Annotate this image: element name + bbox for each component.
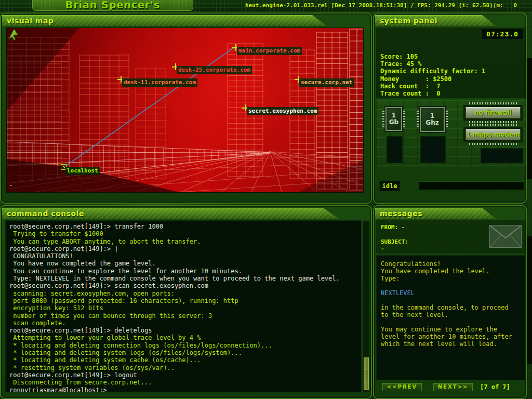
system-info-box: 07:23.0 Score: 105Trace: 45 %Dynamic dif…	[376, 28, 526, 98]
system-stat-line: Money : $2500	[380, 75, 489, 83]
system-stat-line: Trace: 45 %	[380, 60, 489, 68]
messages-panel: messages FROM: - SUBJECT: - Congratulati…	[373, 205, 527, 399]
console-line: * locating and deleting system cache (os…	[9, 356, 361, 364]
console-line: root@secure.corp.net[149]:> |	[9, 245, 361, 252]
message-body-line: Congratulations!	[381, 260, 525, 268]
console-line: * resetting system variables (os/sys/var…	[9, 364, 361, 371]
system-stat-line: Trace count : 0	[380, 90, 489, 97]
console-line: root@secure.corp.net[149]:> logout	[9, 371, 361, 379]
firewall-label: no firewall	[466, 107, 521, 118]
console-line: CONGRATULATIONS!	[9, 252, 361, 260]
messages-title: messages	[380, 209, 422, 218]
map-node-label: desk-11.corporate.com	[122, 78, 197, 87]
map-viewport[interactable]: main.corporate.com desk-25.corporate.com…	[6, 28, 364, 193]
console-scrollbar-thumb[interactable]	[364, 357, 369, 390]
message-page-indicator: [7 of 7]	[480, 383, 510, 391]
message-body-line: You may continue to explore the	[381, 326, 525, 333]
console-line: encryption key: 512 bits	[9, 304, 361, 312]
message-subject-value: -	[381, 245, 384, 252]
console-line: Attempting to lower your global trace le…	[9, 334, 361, 341]
system-panel-title: system panel	[380, 17, 437, 25]
screen-edge-strip	[527, 58, 532, 179]
modem-label: 1 mbps modem	[466, 129, 521, 140]
map-node-label: secure.corp.net	[299, 78, 354, 87]
map-node-label: localhost	[65, 167, 100, 175]
message-body-line: NEXTLEVEL	[381, 289, 525, 297]
empty-hardware-slot	[420, 136, 446, 163]
command-console-panel: command console root@secure.corp.net[149…	[0, 205, 372, 399]
prev-message-button[interactable]: <<PREV	[382, 383, 422, 391]
system-status-row: idle	[374, 180, 528, 193]
message-body-line: to the next level.	[381, 311, 525, 318]
system-stat-line: Hack count : 7	[380, 83, 489, 90]
console-scrollbar[interactable]	[363, 220, 370, 392]
message-body-line: Type:	[381, 275, 525, 282]
console-line: scan complete.	[9, 320, 361, 327]
system-stat-line: Score: 105	[380, 53, 489, 60]
visual-map-header: visual map	[2, 15, 370, 26]
console-line: number of times you can bounce through t…	[9, 312, 361, 320]
hardware-board: 1 Gb 1 Ghz no firewall 1 mbps modem	[376, 100, 526, 166]
messages-header: messages	[375, 208, 525, 219]
map-node-label: main.corporate.com	[237, 47, 302, 55]
next-message-button[interactable]: NEXT>>	[433, 383, 473, 391]
message-body-line	[381, 282, 525, 289]
screen-edge-strip	[527, 236, 532, 364]
console-line: Type: NEXTLEVEL in the command console w…	[9, 275, 361, 282]
console-line: port 8080 (password protected: 16 charac…	[9, 297, 361, 304]
modem-module: 1 mbps modem	[463, 127, 523, 142]
visual-map-panel: visual map main.corporate.com desk-25.co…	[0, 12, 372, 204]
visual-map-title: visual map	[7, 17, 54, 25]
message-body-line	[381, 318, 525, 326]
map-node-label: desk-25.corporate.com	[177, 66, 252, 74]
top-status-bar: Brian Spencer's heut.engine-2.01.033.rel…	[0, 0, 532, 12]
system-panel: system panel 07:23.0 Score: 105Trace: 45…	[373, 12, 527, 204]
console-line: root@secure.corp.net[149]:> deletelogs	[9, 327, 361, 334]
command-console-title: command console	[7, 209, 84, 218]
console-line: root@secure.corp.net[149]:> scan secret.…	[9, 282, 361, 289]
console-line: ronnytriasmara@localhost:>	[9, 387, 361, 392]
console-line: You can type ABORT anytime, to abort the…	[9, 238, 361, 245]
message-body-line: You have completed the level.	[381, 268, 525, 275]
message-body-line: level for another 10 minutes, after	[381, 333, 525, 340]
map-node-label: secret.exosyphen.com	[247, 107, 318, 115]
console-line: Disconnecting from secure.corp.net...	[9, 379, 361, 386]
console-screen[interactable]: root@secure.corp.net[149]:> transfer 100…	[5, 220, 362, 392]
message-body-line: in the command console, to proceed	[381, 304, 525, 311]
message-nav-row: <<PREV NEXT>> [7 of 7]	[374, 383, 528, 394]
message-body: Congratulations! You have completed the …	[376, 255, 526, 380]
engine-info-text: heut.engine-2.01.033.rel [Dec 17 2008.18…	[245, 2, 532, 9]
firewall-module: no firewall	[463, 105, 523, 121]
map-corner-text: -	[9, 182, 12, 189]
message-meta-box: FROM: - SUBJECT: -	[376, 220, 526, 254]
empty-hardware-slot	[387, 136, 403, 163]
console-line: scanning: secret.exosyphen.com, open por…	[9, 290, 361, 297]
app-title: Brian Spencer's	[33, 0, 193, 10]
title-plate: Brian Spencer's	[32, 0, 193, 11]
message-body-line	[381, 297, 525, 304]
ram-chip: 1 Gb	[385, 107, 402, 131]
system-panel-header: system panel	[375, 15, 525, 26]
console-line: You can continue to explore the level fo…	[9, 268, 361, 275]
console-line: root@secure.corp.net[149]:> transfer 100…	[9, 223, 361, 230]
empty-hardware-slot	[481, 148, 523, 163]
map-cursor-icon	[7, 28, 19, 42]
message-subject-label: SUBJECT:	[381, 238, 408, 245]
command-console-header: command console	[2, 208, 370, 219]
status-label: idle	[379, 181, 400, 191]
envelope-icon	[489, 225, 522, 248]
message-from: FROM: -	[381, 224, 405, 231]
console-line: You have now completed the game level.	[9, 260, 361, 267]
console-line: * locating and deleting connection logs …	[9, 342, 361, 349]
status-progress-bar	[419, 181, 524, 190]
message-body-line: which the next level will load.	[381, 340, 525, 348]
cpu-chip: 1 Ghz	[420, 107, 445, 132]
console-line: Trying to transfer $1000	[9, 230, 361, 237]
system-stat-line: Dynamic difficulty factor: 1	[380, 68, 489, 75]
console-line: * locating and deleting system logs (os/…	[9, 349, 361, 356]
